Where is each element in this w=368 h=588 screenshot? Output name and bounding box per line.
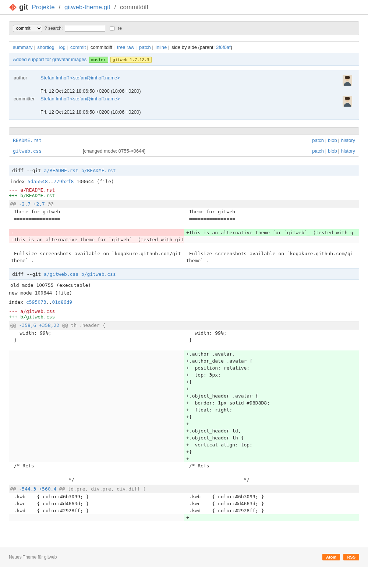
diff-from-file: --- a/README.rst: [9, 187, 359, 193]
file-blob-link[interactable]: blob: [328, 148, 337, 154]
diff-file-a[interactable]: a/gitweb.css: [44, 271, 78, 277]
commit-title-bar: Added support for gravatar images master…: [9, 53, 359, 66]
nav-sbs-label: side by side (parent:: [171, 44, 216, 50]
author-date-local: (18:06 +0200): [111, 88, 141, 94]
diff-body: .kwb { color:#6b3099; } .kwb { color:#6b…: [9, 493, 359, 521]
search-label: ? search:: [45, 26, 63, 31]
nav-patch[interactable]: patch: [139, 44, 151, 50]
nav-commitdiff: commitdiff: [91, 44, 112, 50]
file-blob-link[interactable]: blob: [328, 138, 337, 143]
file-patch-link[interactable]: patch: [312, 148, 324, 154]
file-history-link[interactable]: history: [341, 148, 355, 154]
diff-header: diff --git a/README.rst b/README.rst: [9, 165, 359, 176]
search-input[interactable]: [65, 25, 105, 32]
rss-feed-button[interactable]: RSS: [343, 554, 359, 560]
diff-index-line: index c595073..01d86d9: [9, 299, 359, 305]
diff-body: width: 99%; width: 99%; } } +.author .av…: [9, 329, 359, 483]
diff-index-line: index 5da5548..779b2f8 100644 (file): [9, 176, 359, 184]
committer-date: Fri, 12 Oct 2012 18:06:58 +0200: [40, 109, 110, 115]
diff-header: diff --git a/gitweb.css b/gitweb.css: [9, 268, 359, 280]
diff-file-b[interactable]: b/README.rst: [81, 168, 116, 173]
hunk-header: @@ -2,7 +2,7 @@: [9, 200, 359, 208]
index-hash-b[interactable]: 779b2f8: [53, 179, 74, 184]
file-row: gitweb.css [changed mode: 0755->0644] pa…: [9, 146, 359, 156]
nav-tabs: summary| shortlog| log| commit| commitdi…: [9, 41, 359, 53]
footer: Neues Theme für gitweb Atom RSS: [0, 547, 368, 567]
diff-oldmode: old mode 100755 (executable): [9, 280, 359, 288]
file-info: [changed mode: 0755->0644]: [79, 146, 242, 156]
committer-name[interactable]: Stefan Imhoff <stefan@imhoff.name>: [40, 96, 120, 101]
author-avatar: [343, 75, 352, 86]
committer-avatar: [343, 96, 352, 107]
committer-date-local: (18:06 +0200): [111, 109, 141, 115]
atom-feed-button[interactable]: Atom: [322, 554, 340, 560]
nav-log[interactable]: log: [59, 44, 66, 50]
diff-file-a[interactable]: a/README.rst: [44, 168, 78, 173]
logo-text: git: [19, 3, 28, 11]
index-hash-b[interactable]: 01d86d9: [52, 299, 72, 305]
file-info: [79, 135, 242, 146]
regex-label: re: [118, 26, 122, 31]
git-icon: [9, 3, 17, 11]
ref-tag[interactable]: gitweb-1.7.12.3: [110, 57, 151, 63]
author-label: author: [11, 74, 38, 87]
topbar: git Projekte / gitweb-theme.git / commit…: [0, 0, 368, 15]
file-row: README.rst patch| blob| history: [9, 135, 359, 146]
author-name[interactable]: Stefan Imhoff <stefan@imhoff.name>: [40, 75, 120, 81]
crumb-repo[interactable]: gitweb-theme.git: [64, 4, 110, 11]
commit-subject[interactable]: Added support for gravatar images: [13, 57, 86, 62]
logo[interactable]: git: [9, 3, 28, 11]
diff-to-file: +++ b/README.rst: [9, 193, 359, 198]
nav-raw[interactable]: raw: [127, 44, 134, 50]
search-bar: commit ? search: re: [9, 21, 359, 35]
author-date: Fri, 12 Oct 2012 18:06:58 +0200: [40, 88, 110, 94]
file-history-link[interactable]: history: [341, 138, 355, 143]
diff-to-file: +++ b/gitweb.css: [9, 314, 359, 320]
object-header: author Stefan Imhoff <stefan@imhoff.name…: [9, 70, 359, 120]
hunk-header: @@ -544,3 +560,4 @@ td.pre, div.pre, div…: [9, 485, 359, 493]
diff-newmode: new mode 100644 (file): [9, 290, 359, 296]
crumb-projects[interactable]: Projekte: [32, 4, 54, 11]
regex-checkbox[interactable]: [110, 26, 114, 31]
nav-summary[interactable]: summary: [13, 44, 32, 50]
index-hash-a[interactable]: c595073: [26, 299, 46, 305]
crumb-current: commitdiff: [120, 4, 148, 11]
nav-inline[interactable]: inline: [156, 44, 167, 50]
diff-from-file: --- a/gitweb.css: [9, 309, 359, 314]
nav-tree[interactable]: tree: [117, 44, 125, 50]
breadcrumb: Projekte / gitweb-theme.git / commitdiff: [32, 4, 148, 11]
file-patch-link[interactable]: patch: [312, 138, 324, 143]
diff-body: Theme for gitweb Theme for gitweb ======…: [9, 208, 359, 264]
nav-shortlog[interactable]: shortlog: [37, 44, 54, 50]
search-type-select[interactable]: commit: [13, 25, 42, 32]
ref-master[interactable]: master: [89, 57, 108, 63]
footer-description: Neues Theme für gitweb: [9, 555, 57, 560]
nav-commit[interactable]: commit: [70, 44, 86, 50]
file-link[interactable]: README.rst: [13, 138, 42, 143]
index-hash-a[interactable]: 5da5548: [28, 179, 48, 184]
file-list: README.rst patch| blob| history gitweb.c…: [9, 127, 359, 157]
diff-file-b[interactable]: b/gitweb.css: [81, 271, 116, 277]
committer-label: committer: [11, 95, 38, 108]
nav-parent-link[interactable]: 3f6f0af: [216, 44, 231, 50]
file-link[interactable]: gitweb.css: [13, 148, 42, 154]
hunk-header: @@ -358,6 +358,22 @@ th .header {: [9, 321, 359, 329]
